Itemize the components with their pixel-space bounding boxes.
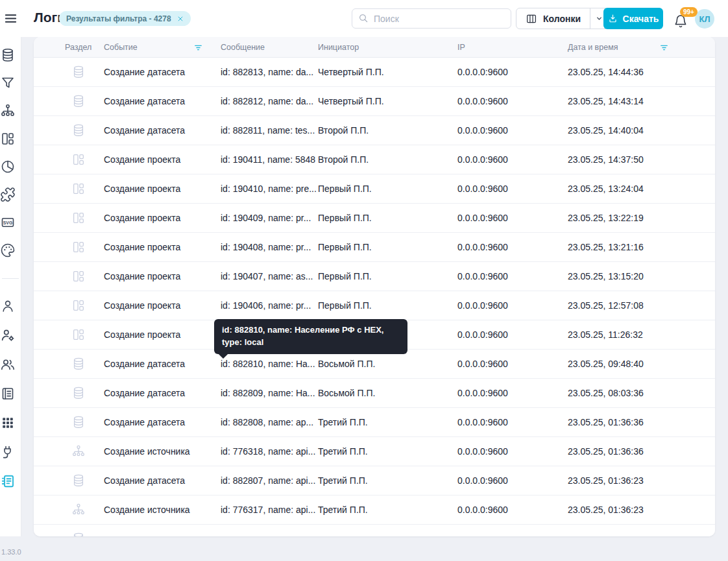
event-cell: Создание проекта bbox=[104, 154, 180, 165]
datetime-cell: 23.05.25, 13:24:04 bbox=[568, 184, 644, 194]
layout-icon bbox=[71, 328, 86, 342]
sidebar-divider bbox=[2, 278, 19, 279]
search-icon bbox=[358, 13, 369, 23]
plug-icon bbox=[0, 444, 16, 460]
close-icon[interactable] bbox=[177, 16, 184, 22]
sidebar-item-projects[interactable] bbox=[0, 131, 16, 147]
table-row[interactable]: Создание датасетаid: 882808, name: ap...… bbox=[34, 408, 715, 437]
filter-results-chip[interactable]: Результаты фильтра - 4278 bbox=[59, 11, 191, 26]
sidebar-item-journal[interactable] bbox=[0, 386, 16, 401]
download-button[interactable]: Скачать bbox=[603, 8, 663, 29]
sidebar-item-plugins[interactable] bbox=[0, 187, 16, 202]
table-row[interactable]: Создание источникаid: 776318, name: api.… bbox=[34, 437, 715, 466]
ip-cell: 0.0.0.0:9600 bbox=[457, 271, 508, 281]
initiator-cell: Третий П.П. bbox=[318, 505, 368, 515]
avatar[interactable]: КЛ bbox=[695, 9, 714, 29]
table-row[interactable]: Создание проектаid: 190406, name: pr...П… bbox=[34, 291, 715, 320]
sidebar-item-user[interactable] bbox=[0, 298, 16, 314]
table-row[interactable]: Создание датасетаid: 882811, name: tes..… bbox=[34, 116, 715, 145]
book-icon bbox=[0, 386, 16, 401]
datetime-cell: 23.05.25, 12:57:08 bbox=[568, 300, 644, 311]
database-icon bbox=[0, 47, 16, 63]
initiator-cell: Четвертый П.П. bbox=[318, 67, 384, 77]
table-row[interactable]: Создание проектаid: 190407, name: as...П… bbox=[34, 262, 715, 291]
database-icon bbox=[71, 473, 86, 488]
column-header-ip: IP bbox=[457, 43, 465, 52]
user-gear-icon bbox=[0, 328, 16, 343]
database-icon bbox=[71, 357, 86, 371]
sidebar-item-user-settings[interactable] bbox=[0, 328, 16, 343]
datetime-cell: 23.05.25, 13:15:20 bbox=[568, 271, 644, 281]
table-row[interactable]: Создание проектаid: 190409, name: pr...П… bbox=[34, 204, 715, 233]
columns-button-group: Колонки bbox=[516, 8, 609, 29]
filter-results-label: Результаты фильтра - 4278 bbox=[66, 14, 171, 23]
message-cell: id: 882807, name: api... bbox=[221, 475, 315, 486]
notifications-badge: 99+ bbox=[680, 7, 698, 17]
database-icon bbox=[71, 65, 86, 79]
sidebar-item-datasets[interactable] bbox=[0, 47, 16, 63]
table-row[interactable]: Создание проектаid: 190408, name: pr...П… bbox=[34, 233, 715, 262]
layout-icon bbox=[71, 298, 86, 313]
hierarchy-icon bbox=[0, 103, 16, 119]
sidebar-item-apps[interactable] bbox=[0, 415, 16, 431]
ip-cell: 0.0.0.0:9600 bbox=[457, 446, 508, 457]
message-cell: id: 882808, name: ap... bbox=[221, 417, 313, 427]
datetime-cell: 23.05.25, 08:03:36 bbox=[568, 388, 644, 398]
event-cell: Создание проекта bbox=[104, 271, 180, 281]
search-input[interactable] bbox=[352, 8, 511, 29]
event-cell: Создание датасета bbox=[104, 67, 185, 77]
event-filter-icon[interactable] bbox=[193, 43, 203, 53]
datetime-cell: 23.05.25, 13:22:19 bbox=[568, 213, 644, 223]
ip-cell: 0.0.0.0:9600 bbox=[457, 300, 508, 311]
event-cell: Создание источника bbox=[104, 505, 190, 515]
initiator-cell: Третий П.П. bbox=[318, 475, 368, 486]
datetime-cell: 23.05.25, 14:37:50 bbox=[568, 154, 644, 165]
ip-cell: 0.0.0.0:9600 bbox=[457, 154, 508, 165]
message-cell: id: 190410, name: pre... bbox=[221, 184, 317, 194]
event-cell: Создание проекта bbox=[104, 242, 180, 252]
event-cell: Создание проекта bbox=[104, 300, 180, 311]
database-icon bbox=[71, 415, 86, 429]
datetime-cell: 23.05.25, 14:44:36 bbox=[568, 67, 644, 77]
table-row[interactable]: Создание датасетаid: 882813, name: da...… bbox=[34, 58, 715, 87]
sidebar-item-sources[interactable] bbox=[0, 103, 16, 119]
sidebar-item-logs[interactable] bbox=[0, 473, 16, 489]
table-row[interactable]: Создание источникаid: 776317, name: api.… bbox=[34, 495, 715, 525]
columns-button[interactable]: Колонки bbox=[516, 8, 590, 29]
event-cell: Создание проекта bbox=[104, 184, 180, 194]
layout-icon bbox=[71, 269, 86, 283]
ip-cell: 0.0.0.0:9600 bbox=[457, 96, 508, 106]
puzzle-icon bbox=[0, 187, 16, 202]
message-cell: id: 882811, name: tes... bbox=[221, 125, 315, 136]
sidebar-item-users[interactable] bbox=[0, 357, 16, 372]
event-cell: Создание датасета bbox=[104, 96, 185, 106]
datetime-cell: 23.05.25, 14:43:14 bbox=[568, 96, 644, 106]
ip-cell: 0.0.0.0:9600 bbox=[457, 242, 508, 252]
search-box bbox=[352, 8, 511, 29]
table-row[interactable]: Создание датасетаid: 882812, name: da...… bbox=[34, 87, 715, 116]
event-cell: Создание датасета bbox=[104, 475, 185, 486]
table-row[interactable]: Создание проектаid: 190411, name: 5848Вт… bbox=[34, 145, 715, 174]
table-row[interactable]: Создание датасетаid: 882810, name: На...… bbox=[34, 350, 715, 379]
download-icon bbox=[608, 14, 618, 23]
datetime-cell: 23.05.25, 09:48:40 bbox=[568, 359, 644, 369]
table-row[interactable]: Создание проектаid: 190410, name: pre...… bbox=[34, 174, 715, 204]
sidebar-item-palette[interactable] bbox=[0, 243, 16, 258]
message-cell: id: 882813, name: da... bbox=[221, 67, 313, 77]
sidebar-item-filters[interactable] bbox=[0, 75, 16, 91]
message-cell: id: 190406, name: pr... bbox=[221, 300, 311, 311]
datetime-filter-icon[interactable] bbox=[659, 43, 669, 53]
tooltip: id: 882810, name: Население РФ с HEX, ty… bbox=[214, 319, 407, 354]
sidebar-item-charts[interactable] bbox=[0, 159, 16, 174]
grid-icon bbox=[0, 415, 16, 431]
sidebar-item-svg-export[interactable]: SVG bbox=[0, 215, 16, 230]
hamburger-menu-icon[interactable] bbox=[3, 11, 18, 26]
layout-icon bbox=[71, 211, 86, 225]
ip-cell: 0.0.0.0:9600 bbox=[457, 213, 508, 223]
sidebar-item-connections[interactable] bbox=[0, 444, 16, 460]
table-row[interactable] bbox=[34, 525, 715, 536]
table-row[interactable]: Создание датасетаid: 882809, name: На...… bbox=[34, 379, 715, 408]
svg-text:SVG: SVG bbox=[3, 221, 12, 225]
columns-icon bbox=[526, 13, 537, 25]
table-row[interactable]: Создание датасетаid: 882807, name: api..… bbox=[34, 466, 715, 495]
